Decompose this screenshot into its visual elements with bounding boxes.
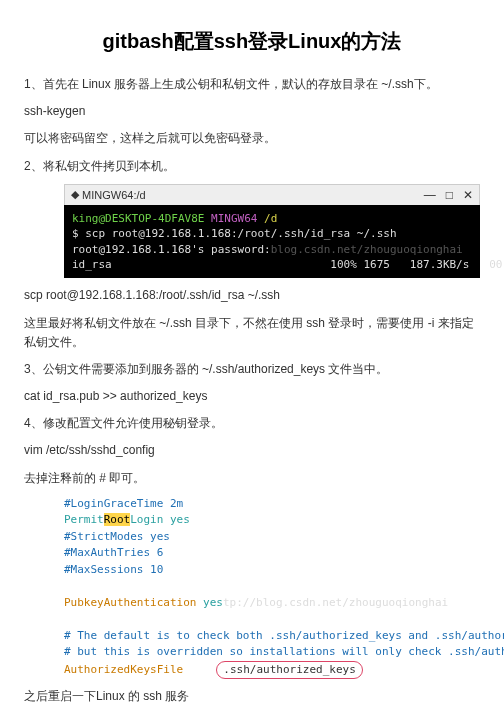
terminal-body: king@DESKTOP-4DFAV8E MINGW64 /d $ scp ro…: [64, 205, 480, 279]
tab-title: MINGW64:/d: [82, 189, 146, 201]
close-icon[interactable]: ✕: [463, 188, 473, 202]
cmd-cat: cat id_rsa.pub >> authorized_keys: [24, 387, 480, 406]
tab-icon: ◆: [71, 188, 79, 201]
para-scp: scp root@192.168.1.168:/root/.ssh/id_rsa…: [24, 286, 480, 305]
para-9: 之后重启一下Linux 的 ssh 服务: [24, 687, 480, 706]
highlight-authkeys: .ssh/authorized_keys: [216, 661, 362, 680]
para-5: 这里最好将私钥文件放在 ~/.ssh 目录下，不然在使用 ssh 登录时，需要使…: [24, 314, 480, 352]
para-6: 3、公钥文件需要添加到服务器的 ~/.ssh/authorized_keys 文…: [24, 360, 480, 379]
cmd-ssh-keygen: ssh-keygen: [24, 102, 480, 121]
maximize-icon[interactable]: □: [446, 188, 453, 202]
cmd-vim: vim /etc/ssh/sshd_config: [24, 441, 480, 460]
config-block: #LoginGraceTime 2m PermitRootLogin yes #…: [64, 496, 480, 680]
para-7: 4、修改配置文件允许使用秘钥登录。: [24, 414, 480, 433]
para-2: 可以将密码留空，这样之后就可以免密码登录。: [24, 129, 480, 148]
minimize-icon[interactable]: —: [424, 188, 436, 202]
para-8: 去掉注释前的 # 即可。: [24, 469, 480, 488]
para-1: 1、首先在 Linux 服务器上生成公钥和私钥文件，默认的存放目录在 ~/.ss…: [24, 75, 480, 94]
terminal-1: ◆ MINGW64:/d — □ ✕ king@DESKTOP-4DFAV8E …: [64, 184, 480, 279]
page-title: gitbash配置ssh登录Linux的方法: [24, 28, 480, 55]
terminal-titlebar: ◆ MINGW64:/d — □ ✕: [64, 184, 480, 205]
para-3: 2、将私钥文件拷贝到本机。: [24, 157, 480, 176]
